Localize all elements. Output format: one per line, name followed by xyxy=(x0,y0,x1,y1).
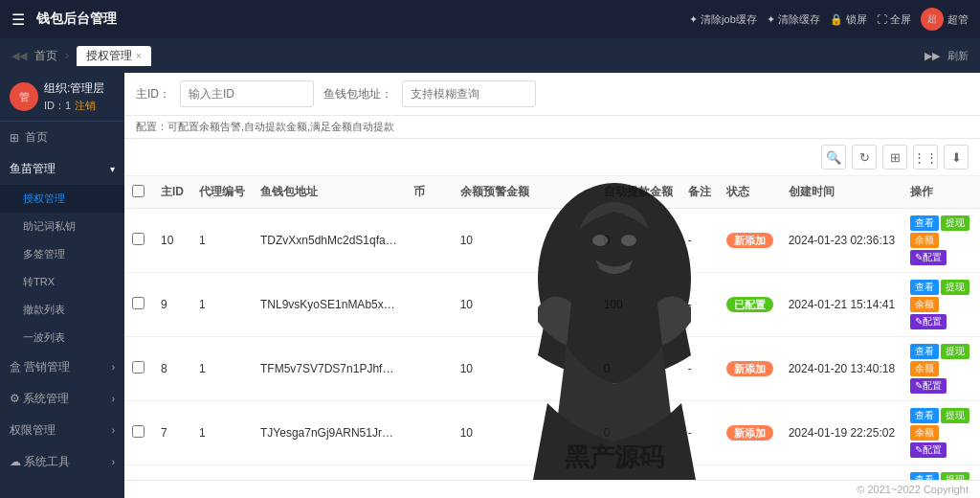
withdraw-btn[interactable]: 提现 xyxy=(941,472,969,480)
balance-btn[interactable]: 余额 xyxy=(910,297,939,312)
withdraw-btn[interactable]: 提现 xyxy=(941,408,969,423)
table-row: 10 1 TDZvXxn5dhMc2dS1qfaUECWzh... 10 0 -… xyxy=(124,209,980,273)
download-icon[interactable]: ⬇ xyxy=(944,145,969,170)
sidebar-item-rights-mgmt[interactable]: 权限管理 › xyxy=(0,415,124,446)
cell-remark: - xyxy=(680,273,719,337)
menu-toggle-icon[interactable]: ☰ xyxy=(11,11,25,29)
cell-coin xyxy=(406,465,453,481)
cell-checkbox[interactable] xyxy=(124,209,153,273)
cell-wallet-address: TJYesga7nGj9ARN51JrDR3ujb2G... xyxy=(253,401,406,465)
sidebar: 管 组织:管理层 ID：1 注销 ⊞ 首页 鱼苗管理 ▾ xyxy=(0,73,124,498)
balance-btn[interactable]: 余额 xyxy=(910,425,939,441)
select-all-checkbox[interactable] xyxy=(132,185,145,197)
sidebar-item-system-tools[interactable]: ☁ 系统工具 › xyxy=(0,446,124,478)
balance-btn[interactable]: 余额 xyxy=(910,233,939,248)
rights-mgmt-label: 权限管理 xyxy=(10,422,56,439)
sidebar-sub-one-wave[interactable]: 一波列表 xyxy=(0,324,124,351)
cell-status: 新添加 xyxy=(719,401,781,465)
cell-checkbox[interactable] xyxy=(124,337,153,401)
wallet-address-input[interactable] xyxy=(402,80,536,107)
breadcrumb-home[interactable]: 首页 xyxy=(34,48,57,64)
op-btn-group: 查看提现余额✎配置 xyxy=(910,215,972,265)
table-row: 8 1 TFM5v7SV7DS7n1PJhfCmZVTKw... 10 0 - … xyxy=(124,337,980,401)
active-tab: 授权管理 × xyxy=(77,46,151,66)
row-checkbox[interactable] xyxy=(132,233,145,245)
cell-remark: - xyxy=(680,209,719,273)
one-wave-label: 一波列表 xyxy=(23,330,65,345)
view-btn[interactable]: 查看 xyxy=(910,472,939,480)
cell-balance-warning: 10 xyxy=(453,401,596,465)
config-btn[interactable]: ✎配置 xyxy=(910,250,947,265)
config-btn[interactable]: ✎配置 xyxy=(910,378,947,394)
cell-created-time: 2024-01-21 15:14:41 xyxy=(781,273,902,337)
sidebar-item-system-mgmt[interactable]: ⚙ 系统管理 › xyxy=(0,383,124,415)
cell-created-time: 2024-01-23 02:36:13 xyxy=(781,209,902,273)
cell-remark: - xyxy=(680,401,719,465)
cell-created-time: 2024-01-19 17:54:15 xyxy=(781,465,902,481)
cell-main-id: 10 xyxy=(153,209,191,273)
fullscreen-btn[interactable]: ⛶ 全屏 xyxy=(877,12,911,27)
tab-close-icon[interactable]: × xyxy=(136,51,142,61)
status-badge: 新添加 xyxy=(726,361,773,376)
logout-btn[interactable]: 注销 xyxy=(75,99,96,113)
view-btn[interactable]: 查看 xyxy=(910,344,939,359)
cell-wallet-address: TW566McuPDgXXu4PGfbd3V3bfc... xyxy=(253,465,406,481)
home-label: 首页 xyxy=(25,129,48,146)
clear-job-cache-btn[interactable]: ✦ 清除job缓存 xyxy=(689,12,757,27)
col-remark: 备注 xyxy=(680,176,719,209)
view-btn[interactable]: 查看 xyxy=(910,280,939,295)
row-checkbox[interactable] xyxy=(132,361,145,374)
balance-btn[interactable]: 余额 xyxy=(910,361,939,376)
sidebar-sub-assist-private[interactable]: 助记词私钥 xyxy=(0,213,124,240)
withdraw-btn[interactable]: 提现 xyxy=(941,215,969,231)
config-btn[interactable]: ✎配置 xyxy=(910,442,947,458)
col-wallet-address: 鱼钱包地址 xyxy=(253,176,406,209)
sidebar-org-name: 组织:管理层 xyxy=(44,80,104,97)
col-balance-warning: 余额预警金额 xyxy=(453,176,596,209)
lock-screen-btn[interactable]: 🔒 锁屏 xyxy=(830,12,867,27)
clear-cache-btn[interactable]: ✦ 清除缓存 xyxy=(767,12,820,27)
main-id-input[interactable] xyxy=(180,80,314,107)
sidebar-item-home[interactable]: ⊞ 首页 xyxy=(0,122,124,153)
withdraw-btn[interactable]: 提现 xyxy=(941,344,969,359)
cell-checkbox[interactable] xyxy=(124,401,153,465)
cell-coin xyxy=(406,209,453,273)
sidebar-item-fish-management[interactable]: 鱼苗管理 ▾ xyxy=(0,153,124,185)
cell-remark: - xyxy=(680,465,719,481)
view-btn[interactable]: 查看 xyxy=(910,215,939,231)
sidebar-sub-authorize[interactable]: 授权管理 xyxy=(0,185,124,213)
app-title: 钱包后台管理 xyxy=(36,11,689,28)
refresh-btn[interactable]: 刷新 xyxy=(947,49,969,63)
sidebar-item-sales-mgmt[interactable]: 盒 营销管理 › xyxy=(0,351,124,383)
cell-coin xyxy=(406,401,453,465)
system-tools-chevron: › xyxy=(112,457,115,467)
sidebar-avatar: 管 xyxy=(10,82,38,111)
op-btn-group: 查看提现余额✎配置 xyxy=(910,408,972,458)
search-icon-btn[interactable]: 🔍 xyxy=(821,145,846,170)
col-operations: 操作 xyxy=(902,176,980,209)
cell-checkbox[interactable] xyxy=(124,465,153,481)
sidebar-sub-collection-list[interactable]: 撤款列表 xyxy=(0,296,124,324)
cell-main-id: 7 xyxy=(153,401,191,465)
breadcrumb-area: ◀◀ 首页 › 授权管理 × xyxy=(11,46,151,66)
layout-icon[interactable]: ⋮⋮ xyxy=(913,145,938,170)
row-checkbox[interactable] xyxy=(132,425,145,438)
config-btn[interactable]: ✎配置 xyxy=(910,314,947,329)
refresh-table-icon[interactable]: ↻ xyxy=(852,145,877,170)
withdraw-btn[interactable]: 提现 xyxy=(941,280,969,295)
row-checkbox[interactable] xyxy=(132,297,145,309)
cell-auto-withdraw: 0 xyxy=(596,465,680,481)
cell-status: 新添加 xyxy=(719,465,781,481)
cell-wallet-address: TNL9vsKyoSE1nMAb5x6Vl7RkS5... xyxy=(253,273,406,337)
op-btn-group: 查看提现余额✎配置 xyxy=(910,344,972,394)
nav-prev-icon[interactable]: ◀◀ xyxy=(11,50,27,62)
user-avatar-area[interactable]: 超 超管 xyxy=(921,8,969,31)
cell-checkbox[interactable] xyxy=(124,273,153,337)
view-btn[interactable]: 查看 xyxy=(910,408,939,423)
op-btn-group: 查看提现余额✎配置 xyxy=(910,280,972,329)
sidebar-user-id: ID：1 xyxy=(44,99,71,113)
sidebar-sub-transfer-trx[interactable]: 转TRX xyxy=(0,268,124,296)
nav-next-btn[interactable]: ▶▶ xyxy=(924,50,940,62)
sidebar-sub-multi-sign[interactable]: 多签管理 xyxy=(0,240,124,268)
column-settings-icon[interactable]: ⊞ xyxy=(882,145,907,170)
